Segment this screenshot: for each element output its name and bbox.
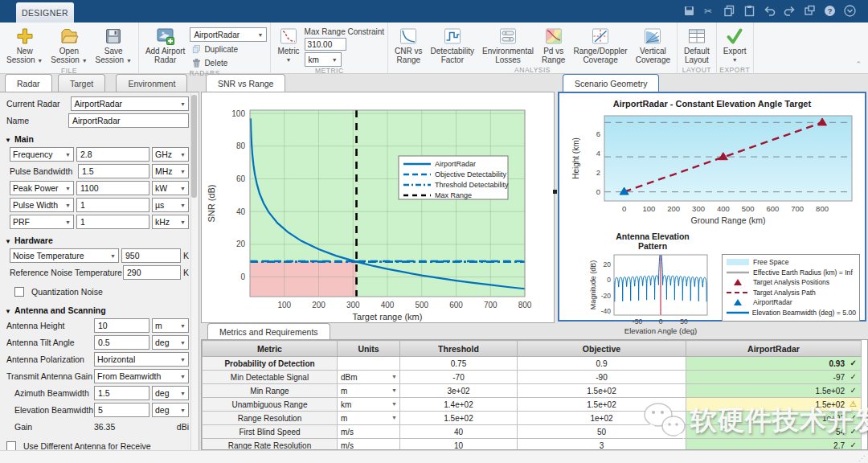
elevation-beamwidth-input[interactable]: 5 xyxy=(94,403,149,417)
prf-input[interactable]: 1 xyxy=(76,215,149,229)
pulse-width-input[interactable]: 1 xyxy=(76,198,149,212)
undo-icon[interactable] xyxy=(762,3,776,18)
chevron-down-icon[interactable]: ▼ xyxy=(391,401,397,407)
objective-cell[interactable]: 50 xyxy=(518,425,686,439)
objective-cell[interactable]: 1.5e+02 xyxy=(518,398,686,412)
cut-icon[interactable]: ✂ xyxy=(702,3,716,18)
scenario-geometry-chart[interactable]: 01002003004005006007008000246Ground Rang… xyxy=(564,111,860,232)
elevation-beamwidth-unit-dropdown[interactable]: deg▼ xyxy=(152,403,189,417)
snr-vs-range-chart[interactable]: 100200300400500600700800020406080100Targ… xyxy=(202,92,554,322)
antenna-elevation-pattern-chart[interactable]: -50050-40-20020Elevation Angle (deg)Magn… xyxy=(590,252,712,336)
units-cell[interactable]: km▼ xyxy=(338,398,400,412)
pulse-bandwidth-input[interactable]: 1.5 xyxy=(78,164,149,178)
current-radar-dropdown[interactable]: AirportRadar▼ xyxy=(190,27,267,42)
objective-cell[interactable]: 0.9 xyxy=(518,357,686,371)
section-header-hardware[interactable]: ▼Hardware xyxy=(5,236,194,245)
threshold-cell[interactable]: 10 xyxy=(400,439,518,451)
objective-cell[interactable]: 1e+02 xyxy=(518,412,686,425)
ribbon-button-pd-vs-range[interactable]: Pd vsRange xyxy=(538,24,568,66)
column-header-objective[interactable]: Objective xyxy=(518,341,686,357)
peak-power-input[interactable]: 1100 xyxy=(76,181,149,195)
ribbon-button-export[interactable]: Export▼ xyxy=(720,24,750,66)
antenna-height-unit-dropdown[interactable]: m▼ xyxy=(152,318,189,333)
menu-icon[interactable] xyxy=(842,3,857,18)
azimuth-beamwidth-input[interactable]: 1.5 xyxy=(94,386,149,400)
threshold-cell[interactable]: 1.5e+02 xyxy=(400,412,518,425)
antenna-polarization-dropdown[interactable]: Horizontal▼ xyxy=(94,352,189,367)
pulse-width-unit-dropdown[interactable]: µs▼ xyxy=(152,198,189,212)
redo-icon[interactable] xyxy=(782,3,796,18)
prf-selector[interactable]: PRF▼ xyxy=(10,215,74,229)
column-header-units[interactable]: Units xyxy=(338,341,400,357)
ribbon-button-add-airport-radar[interactable]: Add AirportRadar xyxy=(142,24,188,66)
chevron-down-icon[interactable]: ▼ xyxy=(391,374,397,379)
peak-power-unit-dropdown[interactable]: kW▼ xyxy=(152,181,189,195)
ribbon-button-environmental-losses[interactable]: EnvironmentalLosses xyxy=(479,24,537,66)
reference-noise-temperature-input[interactable]: 290 xyxy=(123,265,181,280)
antenna-height-input[interactable]: 10 xyxy=(94,318,149,333)
objective-cell[interactable]: 3 xyxy=(518,439,686,451)
sidebar-scrollbar-thumb[interactable] xyxy=(191,95,197,198)
frequency-unit-dropdown[interactable]: GHz▼ xyxy=(152,147,189,162)
units-cell[interactable]: m▼ xyxy=(338,384,400,398)
column-header-threshold[interactable]: Threshold xyxy=(400,341,518,357)
prf-unit-dropdown[interactable]: kHz▼ xyxy=(152,215,189,229)
threshold-cell[interactable]: 3e+02 xyxy=(400,384,518,398)
name-input[interactable]: AirportRadar xyxy=(68,113,189,128)
pulse-bandwidth-unit-dropdown[interactable]: MHz▼ xyxy=(152,164,189,178)
antenna-tilt-angle-unit-dropdown[interactable]: deg▼ xyxy=(152,335,189,350)
collapse-ribbon-icon[interactable]: ⌃ xyxy=(855,60,862,68)
resize-grip-icon[interactable]: ⋰ xyxy=(858,455,865,462)
pulse-width-selector[interactable]: Pulse Width▼ xyxy=(10,198,74,212)
section-header-antenna-and-scanning[interactable]: ▼Antenna and Scanning xyxy=(5,305,194,315)
column-header-metric[interactable]: Metric xyxy=(203,341,338,357)
objective-cell[interactable]: -90 xyxy=(518,371,686,384)
max-range-constraint-input[interactable]: 310.00 xyxy=(305,38,346,51)
ribbon-button-default-layout[interactable]: DefaultLayout xyxy=(681,24,713,66)
ribbon-button-detectability-factor[interactable]: DetectabilityFactor xyxy=(428,24,477,66)
ribbon-button-new-session[interactable]: NewSession ▼ xyxy=(3,24,46,67)
units-cell[interactable]: m▼ xyxy=(338,412,400,425)
tab-scenario-geometry[interactable]: Scenario Geometry xyxy=(563,74,659,92)
ribbon-button-cnr-vs-range[interactable]: CNR vsRange xyxy=(391,24,425,66)
ribbon-button-vertical-coverage[interactable]: VerticalCoverage xyxy=(633,24,674,66)
paste-icon[interactable] xyxy=(742,3,756,18)
quantization-noise-checkbox[interactable] xyxy=(14,287,24,297)
copy-icon[interactable] xyxy=(722,3,736,18)
ribbon-button-range-doppler-coverage[interactable]: Range/DopplerCoverage xyxy=(570,24,630,66)
transmit-antenna-gain-input-dropdown[interactable]: From Beamwidth▼ xyxy=(94,369,189,383)
tab-metrics-and-requirements[interactable]: Metrics and Requirements xyxy=(207,323,330,339)
section-header-main[interactable]: ▼Main xyxy=(5,134,194,144)
noise-temperature-input[interactable]: 950 xyxy=(121,248,181,263)
column-header-airportradar[interactable]: AirportRadar xyxy=(686,341,862,357)
frequency-selector[interactable]: Frequency▼ xyxy=(10,147,74,162)
peak-power-selector[interactable]: Peak Power▼ xyxy=(10,181,74,195)
chevron-down-icon[interactable]: ▼ xyxy=(391,415,397,420)
threshold-cell[interactable]: 1.4e+02 xyxy=(400,398,518,412)
sidebar-tab-target[interactable]: Target xyxy=(58,74,105,92)
ribbon-button-save-session[interactable]: SaveSession ▼ xyxy=(92,24,135,67)
tab-snr-vs-range[interactable]: SNR vs Range xyxy=(206,74,285,92)
panel-splitter-handle[interactable] xyxy=(553,190,557,194)
ribbon-tab-designer[interactable]: DESIGNER xyxy=(16,2,74,23)
units-cell[interactable]: dBm▼ xyxy=(338,371,400,384)
threshold-cell[interactable]: 40 xyxy=(400,425,518,439)
antenna-tilt-angle-input[interactable]: 0.5 xyxy=(94,335,149,350)
azimuth-beamwidth-unit-dropdown[interactable]: deg▼ xyxy=(152,386,189,400)
ribbon-button-duplicate[interactable]: Duplicate xyxy=(190,43,267,55)
ribbon-button-delete[interactable]: Delete xyxy=(190,57,267,69)
current-radar-dropdown[interactable]: AirportRadar▼ xyxy=(71,96,189,111)
threshold-cell[interactable]: 0.75 xyxy=(400,357,518,371)
save-icon[interactable] xyxy=(682,3,696,18)
ribbon-button-metric[interactable]: Metric▼ xyxy=(274,24,302,66)
chevron-down-icon[interactable]: ▼ xyxy=(391,387,397,393)
ribbon-button-open-session[interactable]: OpenSession ▼ xyxy=(47,24,90,67)
threshold-cell[interactable]: -70 xyxy=(400,371,518,384)
sidebar-tab-radar[interactable]: Radar xyxy=(5,74,52,92)
help-icon[interactable]: ? xyxy=(822,3,837,18)
windows-icon[interactable] xyxy=(802,3,817,18)
noise-temperature-selector[interactable]: Noise Temperature▼ xyxy=(10,248,119,263)
sidebar-tab-environment[interactable]: Environment xyxy=(116,74,187,92)
frequency-input[interactable]: 2.8 xyxy=(76,147,149,162)
objective-cell[interactable]: 1.5e+02 xyxy=(518,384,686,398)
